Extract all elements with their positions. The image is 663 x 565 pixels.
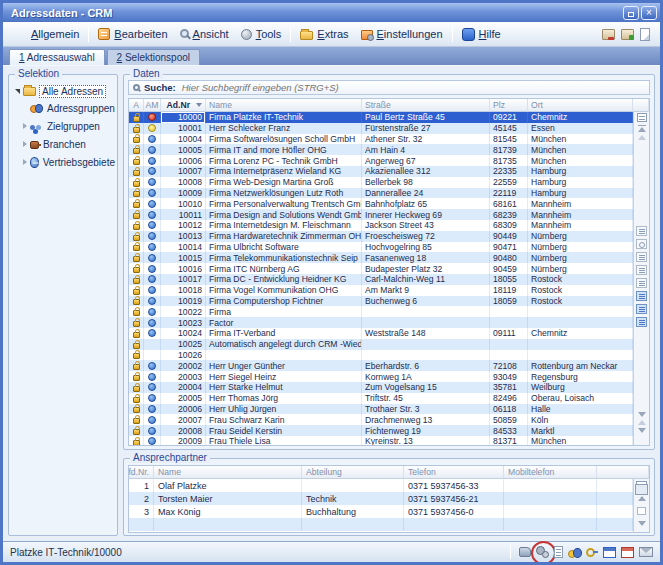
copy-icon[interactable] [636,278,647,288]
menu-einstellungen[interactable]: Einstellungen [355,26,449,42]
menu-bearbeiten[interactable]: Bearbeiten [92,26,173,42]
address-row[interactable]: 10006Firma Lorenz PC - Technik GmbHAnger… [129,155,633,166]
column-header-adnr[interactable]: Ad.Nr [161,99,206,112]
page-up-icon[interactable] [638,135,646,140]
address-row[interactable]: 20007Frau Schwarz KarinDrachmenweg 13508… [129,414,633,425]
filter-icon[interactable] [636,265,647,275]
contact-options-icon[interactable] [637,507,646,515]
am-cell [144,188,161,199]
new-page-button[interactable] [639,26,651,43]
process-status-button[interactable] [536,546,549,558]
grid-view-icon[interactable] [636,317,647,327]
address-row[interactable]: 20002Herr Unger GüntherEberhardstr. 6721… [129,360,633,371]
address-row[interactable]: 10012Firma Internetdesign M. Fleischmann… [129,220,633,231]
contact-column-header-name[interactable]: Name [154,466,302,479]
address-row[interactable]: 10000Firma Platzke IT-TechnikPaul Bertz … [129,112,633,123]
address-row[interactable]: 10009Firma Netzwerklösungen Lutz RothDan… [129,188,633,199]
address-row[interactable]: 10022Firma [129,306,633,317]
address-row[interactable]: 10014Firma Ulbricht SoftwareHochvogelrin… [129,242,633,253]
table-status-button[interactable] [621,547,634,558]
menu-allgemein[interactable]: Allgemein [8,26,85,43]
permissions-status-button[interactable] [586,547,598,558]
lock-cell [129,339,144,350]
menu-hilfe[interactable]: Hilfe [456,26,507,43]
address-row[interactable]: 20004Herr Starke HelmutZum Vogelsang 153… [129,382,633,393]
address-row[interactable]: 10011Firma Design and Solutions Wendt Gm… [129,209,633,220]
column-header-ort[interactable]: Ort [528,99,633,112]
tab-2-selektionspool[interactable]: 2 Selektionspool [107,49,200,65]
address-row[interactable]: 10017Firma DC - Entwicklung Heidner KGCa… [129,274,633,285]
zoom-icon[interactable] [636,239,647,249]
column-header-plz[interactable]: Plz [490,99,528,112]
address-row[interactable]: 10018Firma Vogel Kommunikation OHGAm Mar… [129,285,633,296]
address-row[interactable]: 10015Firma Telekommunikationstechnik Sei… [129,252,633,263]
address-row[interactable]: 10001Herr Schlecker FranzFürstenstraße 2… [129,123,633,134]
contact-column-header-telefon[interactable]: Telefon [404,466,504,479]
tree-item-zielgruppen[interactable]: Zielgruppen [23,120,115,132]
contact-column-header-mobiltelefon[interactable]: Mobiltelefon [504,466,597,479]
notes-status-button[interactable] [554,546,563,558]
address-row[interactable]: 10026 [129,350,633,361]
address-row[interactable]: 10007Firma Internetpräsenz Wieland KGAka… [129,166,633,177]
list-view-icon[interactable] [636,291,647,301]
folder-open-icon [23,87,36,96]
contact-column-header-abteilung[interactable]: Abteilung [302,466,404,479]
address-row[interactable]: 10016Firma ITC Nürnberg AGBudapester Pla… [129,263,633,274]
adnr-cell: 10015 [161,252,206,263]
phone-status-button[interactable] [519,547,531,557]
contact-name-cell: Torsten Maier [154,492,302,505]
add-row-icon[interactable] [638,420,646,425]
card-view-icon[interactable] [636,226,647,236]
address-row[interactable]: 20003Herr Siegel HeinzKornweg 1A93049Reg… [129,371,633,382]
column-header-name[interactable]: Name [206,99,362,112]
contact-column-header-lfd-nr-[interactable]: Lfd.Nr. [129,466,154,479]
address-row[interactable]: 10010Firma Personalverwaltung Trentsch G… [129,198,633,209]
column-chooser-icon[interactable] [637,113,647,122]
menu-extras[interactable]: Extras [294,26,354,42]
scroll-down-icon[interactable] [638,412,646,417]
remove-record-button[interactable] [601,26,616,43]
address-row[interactable]: 10005Firma IT and more Höfler OHGAm Hain… [129,144,633,155]
close-button[interactable]: × [641,6,657,20]
contact-row[interactable]: 1Olaf Platzke0371 5937456-33 [129,479,633,492]
tree-expanded-icon[interactable] [15,89,20,94]
restore-button[interactable] [623,6,639,20]
text-view-icon[interactable] [636,252,647,262]
column-header-lock[interactable]: A [129,99,144,112]
window-status-button[interactable] [603,547,616,558]
scroll-up-icon[interactable] [638,127,646,132]
detail-view-icon[interactable] [636,304,647,314]
address-row[interactable]: 10004Firma Softwarelösungen Scholl GmbHA… [129,134,633,145]
address-row[interactable]: 10025Automatisch angelegt durch CRM -Wie… [129,339,633,350]
contact-row[interactable]: 2Torsten MaierTechnik0371 5937456-21 [129,492,633,505]
column-header-am[interactable]: AM [144,99,161,112]
address-row[interactable]: 20008Frau Seidel KerstinFichtenweg 19845… [129,425,633,436]
menu-ansicht[interactable]: Ansicht [174,26,235,42]
search-input[interactable] [180,81,645,94]
tree-item-vertriebsgebiete[interactable]: Vertriebsgebiete [23,156,115,168]
address-row[interactable]: 20006Herr Uhlig JürgenTrothaer Str. 3061… [129,404,633,415]
add-record-button[interactable] [620,26,635,43]
address-row[interactable]: 10013Firma Hardwaretechnik Zimmerman OHG… [129,231,633,242]
tree-item-adressgruppen[interactable]: Adressgruppen [23,102,115,114]
address-row[interactable]: 10019Firma Computershop FichtnerBuchenwe… [129,296,633,307]
address-row[interactable]: 10024Firma IT-VerbandWeststraße 14809111… [129,328,633,339]
scroll-top-icon[interactable] [638,125,646,126]
tree-item-branchen[interactable]: Branchen [23,138,115,150]
contact-cards-icon[interactable] [636,481,647,490]
contacts-status-button[interactable] [568,547,581,558]
menu-tools[interactable]: Tools [235,26,288,42]
contact-row[interactable]: 3Max KönigBuchhaltung0371 5937456-0 [129,505,633,518]
tab-1-adressauswahl[interactable]: 1 Adressauswahl [9,49,105,65]
contact-scroll-up-icon[interactable] [638,496,646,501]
contact-blank-cell [597,505,633,518]
tree-root-alle-adressen[interactable]: Alle Adressen [15,85,115,98]
scroll-bottom-icon[interactable] [638,428,646,433]
column-header-strasse[interactable]: Straße [362,99,490,112]
address-row[interactable]: 20005Herr Thomas JörgTriftstr. 4582496Ob… [129,393,633,404]
address-row[interactable]: 20009Frau Thiele LisaKyreinstr. 1381371M… [129,436,633,445]
mail-status-button[interactable] [639,547,653,557]
address-row[interactable]: 10023Factor [129,317,633,328]
address-row[interactable]: 10008Firma Web-Design Martina GroßBeller… [129,177,633,188]
contact-scroll-down-icon[interactable] [638,521,646,526]
